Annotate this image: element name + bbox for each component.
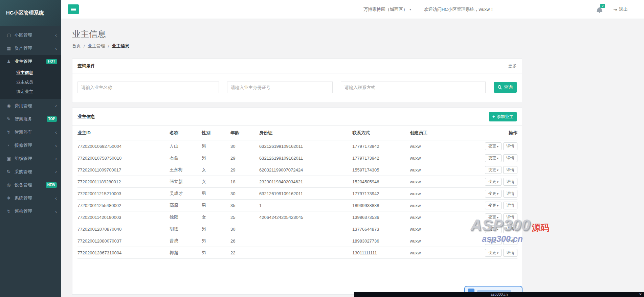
change-button[interactable]: 变更▾ xyxy=(485,213,502,221)
cell-id: 772020011215210003 xyxy=(77,188,170,200)
chevron-left-icon: ‹ xyxy=(55,196,57,201)
change-button[interactable]: 变更▾ xyxy=(485,178,502,186)
cell-idcard: 632126199109162011 xyxy=(259,188,352,200)
detail-button[interactable]: 详情 xyxy=(503,237,517,245)
contact-input[interactable] xyxy=(341,82,486,93)
cell-name: 石磊 xyxy=(170,152,202,164)
sidebar-item-label: 系统管理 xyxy=(15,195,55,201)
logout-button[interactable]: ⇥ 退出 xyxy=(613,6,628,13)
sidebar-item-label: 巡检管理 xyxy=(15,208,55,214)
sidebar-item-fee[interactable]: ◉费用管理‹ xyxy=(0,99,61,112)
column-header-4: 身份证 xyxy=(259,126,352,140)
detail-button[interactable]: 详情 xyxy=(503,178,517,186)
refresh-icon: ↻ xyxy=(7,169,15,174)
grid-icon: ▦ xyxy=(7,46,15,51)
column-header-0: 业主ID xyxy=(77,126,170,140)
cell-gender: 女 xyxy=(202,164,230,176)
sidebar-item-owner[interactable]: ♟业主管理HOT xyxy=(0,55,61,68)
add-owner-button[interactable]: + 添加业主 xyxy=(489,112,517,121)
sidebar-subitem-1[interactable]: 业主成员 xyxy=(0,77,61,87)
breadcrumb-home[interactable]: 首页 xyxy=(72,43,81,49)
cell-age: 26 xyxy=(230,235,259,247)
cell-id: 772020011009700017 xyxy=(77,164,170,176)
cell-gender: 男 xyxy=(202,223,230,235)
detail-button[interactable]: 详情 xyxy=(503,154,517,162)
notification-bell[interactable]: 0 xyxy=(596,6,603,13)
change-button[interactable]: 变更▾ xyxy=(485,142,502,150)
sidebar-subitem-2[interactable]: 绑定业主 xyxy=(0,87,61,96)
table-body: 772020010692750004方山男3063212619910916201… xyxy=(77,140,517,259)
detail-button[interactable]: 详情 xyxy=(503,190,517,198)
sidebar-item-parking[interactable]: ↯智慧停车‹ xyxy=(0,125,61,139)
table-row: 772020011255480002高原男35118939938888wuxw变… xyxy=(77,200,517,211)
caret-down-icon: ▾ xyxy=(497,180,498,184)
cell-name: 吴成才 xyxy=(170,188,202,200)
gauge-icon: ◔ xyxy=(7,143,15,148)
cell-actions: 变更▾详情 xyxy=(478,211,517,223)
cell-id: 772020011189280012 xyxy=(77,176,170,188)
sidebar-subitem-0[interactable]: 业主信息 xyxy=(0,68,61,77)
sidebar-item-label: 小区管理 xyxy=(15,32,55,38)
sidebar-item-repair[interactable]: ◔报修管理‹ xyxy=(0,139,61,152)
detail-button[interactable]: 详情 xyxy=(503,225,517,233)
cell-idcard: 232301198402034621 xyxy=(259,176,352,188)
cell-id: 772020012080070037 xyxy=(77,235,170,247)
ad-banner[interactable]: asp300.cn × xyxy=(354,292,644,297)
close-icon[interactable]: × xyxy=(639,292,642,297)
cell-creator: wuxw xyxy=(410,188,478,200)
search-button[interactable]: 查询 xyxy=(494,82,517,93)
detail-button[interactable]: 详情 xyxy=(503,249,517,257)
sidebar-item-label: 智慧服务 xyxy=(15,116,47,122)
owner-name-input[interactable] xyxy=(77,82,219,93)
detail-button[interactable]: 详情 xyxy=(503,166,517,174)
cell-age: 30 xyxy=(230,188,259,200)
breadcrumb-parent[interactable]: 业主管理 xyxy=(88,43,105,49)
owner-idcard-input[interactable] xyxy=(227,82,333,93)
detail-button[interactable]: 详情 xyxy=(503,142,517,150)
cell-actions: 变更▾详情 xyxy=(478,140,517,152)
cell-age: 25 xyxy=(230,211,259,223)
sidebar-item-procurement[interactable]: ↻采购管理‹ xyxy=(0,165,61,178)
sidebar-item-community[interactable]: ▢小区管理‹ xyxy=(0,28,61,42)
table-header-row: 业主ID名称性别年龄身份证联系方式创建员工操作 xyxy=(77,126,517,140)
more-link[interactable]: 更多 xyxy=(508,63,517,69)
cell-age: 30 xyxy=(230,223,259,235)
cell-idcard xyxy=(259,247,352,259)
change-button[interactable]: 变更▾ xyxy=(485,166,502,174)
community-selector[interactable]: 万博家博园（城西区） ▾ xyxy=(363,6,411,13)
sidebar-item-organization[interactable]: ▣组织管理‹ xyxy=(0,152,61,165)
sidebar-item-inspection[interactable]: ↯巡检管理‹ xyxy=(0,205,61,218)
sidebar-item-label: 费用管理 xyxy=(15,103,55,109)
change-button[interactable]: 变更▾ xyxy=(485,190,502,198)
caret-down-icon: ▾ xyxy=(497,204,498,207)
sidebar-toggle-button[interactable] xyxy=(68,4,79,14)
change-button[interactable]: 变更▾ xyxy=(485,237,502,245)
sidebar-item-asset[interactable]: ▦资产管理‹ xyxy=(0,42,61,55)
cell-actions: 变更▾详情 xyxy=(478,200,517,211)
table-row: 772020012867310004郭超男2213011111111wuxw变更… xyxy=(77,247,517,259)
sidebar-nav: ▢小区管理‹▦资产管理‹♟业主管理HOT业主信息业主成员绑定业主◉费用管理‹✎智… xyxy=(0,26,61,218)
detail-button[interactable]: 详情 xyxy=(503,213,517,221)
chevron-left-icon: ‹ xyxy=(55,156,57,161)
sidebar-item-label: 组织管理 xyxy=(15,156,55,162)
sidebar-item-equipment[interactable]: ◎设备管理NEW xyxy=(0,178,61,191)
column-header-6: 创建员工 xyxy=(410,126,478,140)
change-button[interactable]: 变更▾ xyxy=(485,249,502,257)
detail-button[interactable]: 详情 xyxy=(503,202,517,209)
gem-icon: ❖ xyxy=(7,196,15,201)
coin-icon: ◉ xyxy=(7,103,15,108)
cell-id: 772020011420190003 xyxy=(77,211,170,223)
change-button[interactable]: 变更▾ xyxy=(485,154,502,162)
cell-age: 29 xyxy=(230,164,259,176)
change-button[interactable]: 变更▾ xyxy=(485,225,502,233)
notification-badge: 0 xyxy=(600,4,605,8)
cell-actions: 变更▾详情 xyxy=(478,176,517,188)
chevron-left-icon: ‹ xyxy=(55,143,57,148)
table-row: 772020012070870040胡德男3013776644873wuxw变更… xyxy=(77,223,517,235)
change-button[interactable]: 变更▾ xyxy=(485,202,502,209)
sidebar-item-label: 设备管理 xyxy=(15,182,46,188)
cell-id: 772020010692750004 xyxy=(77,140,170,152)
sidebar-item-smart-service[interactable]: ✎智慧服务TOP xyxy=(0,112,61,125)
sidebar-item-system[interactable]: ❖系统管理‹ xyxy=(0,191,61,205)
column-header-2: 性别 xyxy=(202,126,230,140)
